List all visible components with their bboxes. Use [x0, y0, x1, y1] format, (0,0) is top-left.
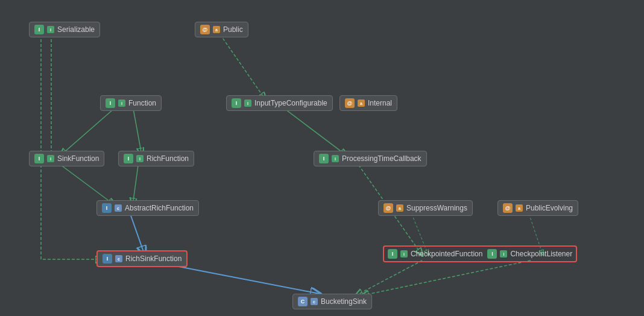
node-sinkfunction[interactable]: I i SinkFunction — [29, 151, 104, 166]
node-suppresswarnings[interactable]: @ a SuppressWarnings — [378, 200, 473, 216]
label-public: Public — [223, 25, 243, 34]
node-richsinkfunction[interactable]: I c RichSinkFunction — [96, 250, 188, 267]
label-checkpointlistener: CheckpointListener — [510, 250, 572, 258]
node-publicevolving[interactable]: @ a PublicEvolving — [497, 200, 578, 216]
svg-line-13 — [220, 34, 265, 100]
svg-line-8 — [356, 261, 422, 295]
icon-internal: @ — [345, 98, 355, 108]
node-richfunction[interactable]: I i RichFunction — [118, 151, 194, 166]
badge-suppresswarnings: a — [396, 204, 403, 212]
label-richfunction: RichFunction — [147, 154, 189, 163]
icon-sinkfunction: I — [34, 154, 44, 163]
icon-processingtimecallback: I — [319, 154, 329, 163]
label-suppresswarnings: SuppressWarnings — [406, 204, 467, 212]
label-inputtypeconfigurable: InputTypeConfigurable — [254, 99, 327, 107]
badge-bucketingsink: c — [311, 298, 318, 305]
node-serializable[interactable]: I i Serializable — [29, 22, 100, 37]
label-abstractrichfunction: AbstractRichFunction — [125, 204, 194, 212]
badge-processingtimecallback: i — [332, 155, 339, 162]
node-checkpointlistener[interactable]: I i CheckpointListener — [487, 249, 572, 259]
icon-bucketingsink: C — [298, 297, 308, 306]
label-function: Function — [128, 99, 156, 107]
node-bucketingsink[interactable]: C c BucketingSink — [292, 294, 372, 309]
badge-public: a — [213, 26, 220, 33]
label-serializable: Serializable — [57, 25, 95, 34]
node-function[interactable]: I i Function — [100, 95, 162, 111]
icon-publicevolving: @ — [503, 203, 513, 213]
badge-abstractrichfunction: c — [115, 204, 122, 212]
svg-line-1 — [60, 106, 118, 156]
badge-publicevolving: a — [516, 204, 523, 212]
icon-inputtypeconfigurable: I — [232, 98, 241, 108]
badge-inputtypeconfigurable: i — [244, 100, 251, 107]
badge-serializable: i — [47, 26, 54, 33]
label-checkpointedfunction: CheckpointedFunction — [411, 250, 482, 258]
badge-checkpointlistener: i — [500, 250, 507, 258]
node-public[interactable]: @ a Public — [195, 22, 248, 37]
label-processingtimecallback: ProcessingTimeCallback — [342, 154, 421, 163]
icon-serializable: I — [34, 25, 44, 34]
svg-line-3 — [55, 161, 115, 205]
icon-abstractrichfunction: I — [102, 203, 112, 213]
label-richsinkfunction: RichSinkFunction — [125, 254, 182, 263]
badge-internal: a — [358, 100, 365, 107]
badge-function: i — [118, 100, 125, 107]
icon-richsinkfunction: I — [103, 254, 112, 264]
icon-richfunction: I — [124, 154, 133, 163]
svg-line-4 — [133, 161, 139, 205]
svg-line-7 — [280, 106, 347, 156]
icon-public: @ — [200, 25, 210, 34]
node-processingtimecallback[interactable]: I i ProcessingTimeCallback — [314, 151, 427, 166]
icon-checkpointedfunction: I — [388, 249, 397, 259]
node-inputtypeconfigurable[interactable]: I i InputTypeConfigurable — [226, 95, 333, 111]
badge-richfunction: i — [136, 155, 144, 162]
node-abstractrichfunction[interactable]: I c AbstractRichFunction — [96, 200, 199, 216]
diagram-canvas: I i Serializable @ a Public I i Function… — [0, 0, 644, 316]
node-internal[interactable]: @ a Internal — [339, 95, 397, 111]
badge-richsinkfunction: c — [115, 255, 122, 262]
icon-checkpointlistener: I — [487, 249, 497, 259]
svg-line-9 — [362, 261, 531, 295]
badge-checkpointedfunction: i — [400, 250, 408, 258]
svg-line-5 — [130, 212, 145, 255]
label-bucketingsink: BucketingSink — [321, 297, 367, 306]
node-checkpointedfunction[interactable]: I i CheckpointedFunction — [388, 249, 482, 259]
icon-function: I — [106, 98, 115, 108]
badge-sinkfunction: i — [47, 155, 54, 162]
selected-group-checkpoint: I i CheckpointedFunction I i CheckpointL… — [383, 245, 577, 262]
svg-line-2 — [133, 106, 142, 155]
label-sinkfunction: SinkFunction — [57, 154, 99, 163]
icon-suppresswarnings: @ — [384, 203, 393, 213]
label-internal: Internal — [368, 99, 392, 107]
label-publicevolving: PublicEvolving — [526, 204, 573, 212]
